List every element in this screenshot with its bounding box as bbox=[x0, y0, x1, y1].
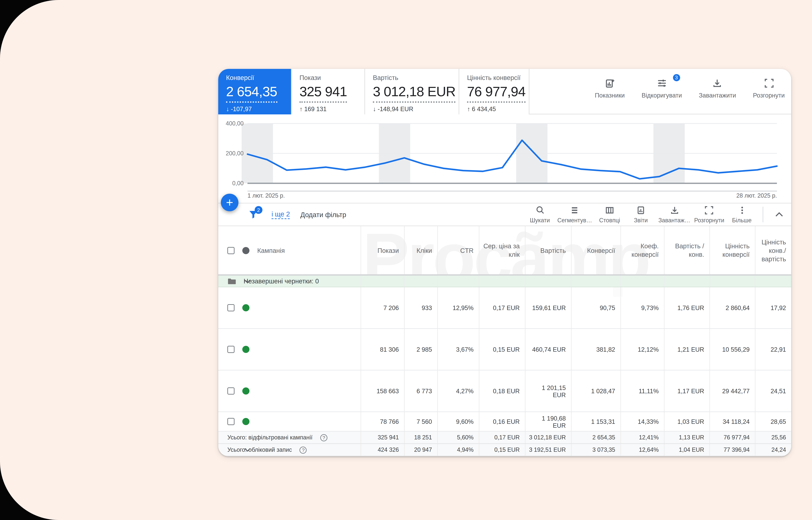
column-header[interactable]: Вартість bbox=[540, 246, 566, 255]
row-checkbox[interactable] bbox=[227, 346, 234, 353]
chevron-down-icon[interactable] bbox=[244, 279, 251, 283]
column-header[interactable]: Кліки bbox=[417, 246, 432, 255]
row-checkbox[interactable] bbox=[227, 304, 234, 311]
table-cell: 12,41% bbox=[620, 432, 664, 443]
tool-label: Розгорнути bbox=[694, 217, 724, 224]
metric-value: 3 012,18 EUR bbox=[373, 84, 455, 103]
table-cell: 381,82 bbox=[571, 329, 620, 370]
chevron-up-icon bbox=[775, 212, 783, 217]
adjust-badge: 3 bbox=[672, 74, 681, 82]
download-table-button[interactable]: Завантаж… bbox=[659, 205, 690, 224]
table-cell: 158 663 bbox=[361, 370, 404, 412]
expand-table-button[interactable]: Розгорнути bbox=[694, 205, 724, 224]
filter-bar: 2 і ще 2 Додати фільтр Шукати bbox=[218, 203, 791, 226]
filter-badge: 2 bbox=[255, 206, 262, 214]
drafts-group-row[interactable]: Незавершені чернетки: 0 bbox=[218, 276, 791, 287]
chevron-down-icon[interactable] bbox=[244, 448, 251, 452]
status-column-icon[interactable] bbox=[242, 247, 249, 254]
table-cell: 20 947 bbox=[404, 444, 437, 456]
help-icon[interactable]: ? bbox=[300, 446, 307, 453]
tool-label: Завантаж… bbox=[659, 217, 690, 224]
search-icon bbox=[535, 205, 545, 215]
more-filters-link[interactable]: і ще 2 bbox=[272, 210, 290, 219]
metric-strip: Конверсії 2 654,35 ↓ -107,97 Покази 325 … bbox=[218, 69, 791, 114]
column-header[interactable]: CTR bbox=[460, 246, 474, 255]
tool-label: Показники bbox=[595, 92, 625, 99]
table-cell: 90,75 bbox=[571, 287, 620, 328]
campaigns-table: Кампанія Покази Кліки CTR Сер. ціна за к… bbox=[218, 226, 791, 456]
chart-add-icon bbox=[605, 78, 615, 88]
table-cell: 3,67% bbox=[437, 329, 479, 370]
metric-card-impressions[interactable]: Покази 325 941 ↑ 169 131 bbox=[292, 69, 365, 114]
campaigns-report-card: Procãmp Конверсії 2 654,35 ↓ -107,97 Пок… bbox=[218, 69, 791, 456]
status-enabled-icon bbox=[242, 346, 249, 353]
more-button[interactable]: Більше bbox=[728, 205, 755, 224]
svg-text:0,00: 0,00 bbox=[232, 180, 244, 186]
help-icon[interactable]: ? bbox=[320, 434, 328, 441]
expand-icon bbox=[704, 205, 714, 215]
row-checkbox[interactable] bbox=[227, 418, 234, 425]
add-campaign-fab[interactable]: + bbox=[221, 194, 239, 211]
column-header[interactable]: Покази bbox=[377, 246, 399, 255]
status-enabled-icon bbox=[242, 387, 249, 394]
column-header[interactable]: Вартість / конв. bbox=[667, 242, 704, 259]
expand-button[interactable]: Розгорнути bbox=[753, 78, 785, 99]
metric-card-conversions[interactable]: Конверсії 2 654,35 ↓ -107,97 bbox=[218, 69, 292, 114]
download-button[interactable]: Завантажити bbox=[699, 78, 736, 99]
table-cell: 0,16 EUR bbox=[479, 412, 525, 431]
table-cell: 1,76 EUR bbox=[664, 287, 709, 328]
columns-button[interactable]: Стовпці bbox=[596, 205, 623, 224]
metric-label: Вартість bbox=[373, 74, 451, 81]
search-button[interactable]: Шукати bbox=[526, 205, 554, 224]
table-cell: 2 654,35 bbox=[571, 432, 620, 443]
table-cell: 1,03 EUR bbox=[664, 412, 709, 431]
trend-chart-svg: 0,00200,00400,001 лют. 2025 р.28 лют. 20… bbox=[218, 114, 791, 200]
column-header[interactable]: Цінність конв./ вартість bbox=[758, 238, 786, 263]
summary-row-filtered: Усього: відфільтровані кампанії ? 325 94… bbox=[218, 432, 791, 444]
segment-button[interactable]: Сегментув… bbox=[557, 205, 592, 224]
table-cell: 78 766 bbox=[361, 412, 404, 431]
table-cell: 34 118,24 bbox=[709, 412, 755, 431]
campaign-row: 78 766 7 560 9,60% 0,16 EUR 1 190,68 EUR… bbox=[218, 412, 791, 432]
table-cell: 3 073,35 bbox=[571, 444, 620, 456]
folder-icon bbox=[227, 278, 236, 285]
campaign-row: 81 306 2 985 3,67% 0,15 EUR 460,74 EUR 3… bbox=[218, 329, 791, 370]
tool-label: Звіти bbox=[634, 217, 648, 224]
table-cell: 25,56 bbox=[755, 432, 791, 443]
tool-label: Стовпці bbox=[599, 217, 620, 224]
metric-delta: ↓ -148,94 EUR bbox=[373, 105, 451, 112]
table-cell: 1,17 EUR bbox=[664, 370, 709, 412]
column-header[interactable]: Кампанія bbox=[257, 246, 285, 255]
row-checkbox[interactable] bbox=[227, 387, 234, 394]
table-cell: 0,15 EUR bbox=[479, 329, 525, 370]
filter-button[interactable]: 2 bbox=[248, 209, 260, 220]
table-cell: 12,95% bbox=[437, 287, 479, 328]
metric-card-cost[interactable]: Вартість 3 012,18 EUR ↓ -148,94 EUR bbox=[365, 69, 459, 114]
download-icon bbox=[712, 78, 723, 88]
table-cell: 9,73% bbox=[620, 287, 664, 328]
column-header[interactable]: Коеф. конверсії bbox=[624, 242, 659, 259]
summary-label: Усього: обліковий запис bbox=[227, 446, 292, 453]
table-cell: 1 190,68 EUR bbox=[525, 412, 571, 431]
table-cell: 76 977,94 bbox=[709, 432, 755, 443]
table-cell: 11,11% bbox=[620, 370, 664, 412]
select-all-checkbox[interactable] bbox=[227, 247, 234, 254]
collapse-table-button[interactable] bbox=[771, 206, 787, 223]
table-cell: 1,21 EUR bbox=[664, 329, 709, 370]
table-cell: 4,27% bbox=[437, 370, 479, 412]
table-cell: 0,17 EUR bbox=[479, 287, 525, 328]
column-header[interactable]: Цінність конверсії bbox=[712, 242, 750, 259]
tool-label: Сегментув… bbox=[557, 217, 592, 224]
summary-row-account: Усього: обліковий запис ? 424 326 20 947… bbox=[218, 444, 791, 456]
column-header[interactable]: Конверсії bbox=[587, 246, 615, 255]
adjust-button[interactable]: 3 Відкоригувати bbox=[642, 78, 682, 99]
svg-text:1 лют. 2025 р.: 1 лют. 2025 р. bbox=[248, 192, 285, 199]
table-toolbar: Шукати Сегментув… Стов bbox=[526, 204, 787, 226]
reports-button[interactable]: Звіти bbox=[627, 205, 654, 224]
column-header[interactable]: Сер. ціна за клік bbox=[482, 242, 520, 259]
metrics-button[interactable]: Показники bbox=[595, 78, 625, 99]
add-filter-button[interactable]: Додати фільтр bbox=[301, 211, 346, 218]
campaign-row: 158 663 6 773 4,27% 0,18 EUR 1 201,15 EU… bbox=[218, 370, 791, 412]
metric-card-conv-value[interactable]: Цінність конверсії 76 977,94 ↑ 6 434,45 bbox=[459, 69, 529, 114]
table-cell: 81 306 bbox=[361, 329, 404, 370]
